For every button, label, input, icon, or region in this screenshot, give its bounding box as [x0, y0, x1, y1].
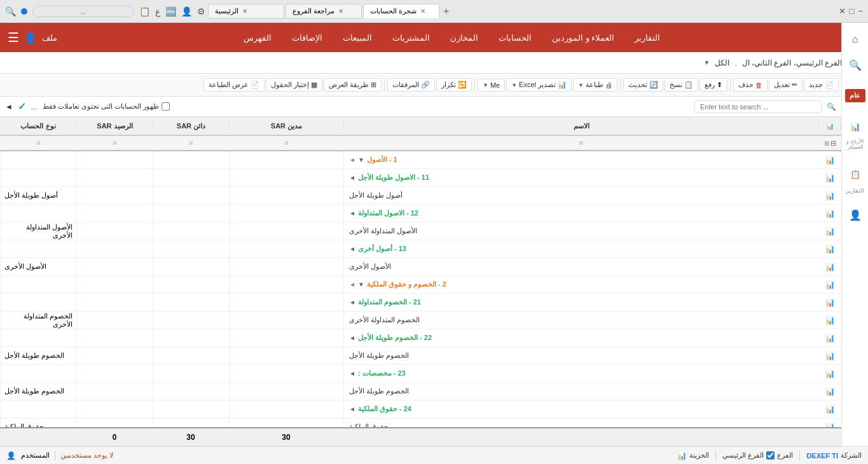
- table-row[interactable]: 📊 24 - حقوق الملكية ◄: [0, 400, 841, 418]
- close-btn[interactable]: ✕: [839, 6, 846, 16]
- nav-item-reports[interactable]: التقارير: [624, 23, 670, 52]
- table-row[interactable]: 📊 1 - الأصول ▼ ◄: [0, 151, 841, 169]
- table-row[interactable]: 📊 الخصوم المتداولة الأخرى الخصوم المتداو…: [0, 311, 841, 329]
- row-chart-icon[interactable]: 📊: [818, 191, 841, 200]
- row-expand-icon[interactable]: ◄: [349, 406, 355, 413]
- row-expand-icon[interactable]: ◄: [349, 299, 355, 306]
- sidebar-reports-icon[interactable]: 📋: [844, 163, 867, 186]
- tab-accounts-close[interactable]: ✕: [420, 8, 425, 15]
- sidebar-general-btn[interactable]: عام: [845, 89, 865, 102]
- nav-item-sales[interactable]: المبيعات: [333, 23, 382, 52]
- row-nav-icon[interactable]: ◄: [349, 156, 355, 163]
- nav-item-clients[interactable]: العملاء و الموردين: [542, 23, 624, 52]
- address-bar[interactable]: ...: [32, 6, 134, 17]
- table-row[interactable]: 📊 21 - الخصوم المتداولة ◄: [0, 294, 841, 311]
- delete-btn[interactable]: 🗑 حذف: [733, 78, 768, 92]
- nav-item-accounts[interactable]: الحسابات: [488, 23, 542, 52]
- person-icon[interactable]: 👤: [181, 6, 192, 17]
- edit-btn[interactable]: ✏ تعديل: [769, 78, 803, 92]
- print-btn[interactable]: 🖨 طباعة ▼: [573, 78, 617, 92]
- nav-item-purchases[interactable]: المشتريات: [382, 23, 440, 52]
- row-chart-icon[interactable]: 📊: [818, 369, 841, 378]
- table-row[interactable]: 📊 حقوق الملكية حقوق الملكية: [0, 418, 841, 427]
- sidebar-profit-icon[interactable]: 📊: [844, 115, 867, 138]
- nav-hamburger-btn[interactable]: ☰: [8, 30, 19, 45]
- tab-home-close[interactable]: ✕: [242, 8, 247, 15]
- row-nav-icon[interactable]: ◄: [349, 281, 355, 288]
- select-fields-btn[interactable]: ▦ إختيار الحقول: [266, 78, 322, 92]
- table-row[interactable]: 📊 12 - الاصول المتداولة ◄: [0, 205, 841, 222]
- table-row[interactable]: 📊 22 - الخصوم طويلة الأجل ◄: [0, 329, 841, 347]
- table-row[interactable]: 📊 2 - الخصوم و حقوق الملكية ▼ ◄: [0, 276, 841, 294]
- search-browser-icon[interactable]: 🔍: [5, 6, 16, 17]
- sidebar-user-icon[interactable]: 👤: [844, 204, 867, 227]
- row-chart-icon[interactable]: 📊: [818, 405, 841, 414]
- table-row[interactable]: 📊 الخصوم طويلة الأجل الخصوم طويلة الأجل: [0, 383, 841, 400]
- update-btn[interactable]: 🔄 تحديث: [623, 78, 663, 92]
- lang-icon[interactable]: ع: [155, 6, 160, 17]
- branch-down-arrow[interactable]: ▼: [704, 59, 710, 66]
- row-expand-icon[interactable]: ▼: [358, 281, 364, 288]
- status-branch-checkbox[interactable]: [766, 451, 775, 460]
- table-row[interactable]: 📊 أصول طويلة الأجل أصول طويلة الأجل: [0, 187, 841, 205]
- row-expand-icon[interactable]: ◄: [349, 210, 355, 217]
- sidebar-home-icon[interactable]: ⌂: [844, 28, 867, 51]
- row-expand-icon[interactable]: ◄: [349, 334, 355, 341]
- edit-icon: ✏: [792, 81, 797, 89]
- copy-btn[interactable]: 📋 نسخ: [665, 78, 698, 92]
- table-row[interactable]: 📊 23 - مخصصات : ◄: [0, 365, 841, 383]
- col-expand-icon[interactable]: ⊞: [824, 140, 829, 147]
- row-chart-icon[interactable]: 📊: [818, 209, 841, 218]
- row-expand-icon[interactable]: ◄: [349, 245, 355, 252]
- row-chart-icon[interactable]: 📊: [818, 174, 841, 182]
- sidebar-search-icon[interactable]: 🔍: [844, 53, 867, 76]
- book-icon[interactable]: 📋: [139, 6, 150, 17]
- table-row[interactable]: 📊 11 - الاصول طويلة الأجل ◄: [0, 169, 841, 187]
- tab-accounts-tree[interactable]: شجرة الحسابات ✕: [363, 4, 439, 18]
- table-row[interactable]: 📊 الخصوم طويلة الأجل الخصوم طويلة الأجل: [0, 347, 841, 365]
- nav-item-index[interactable]: الفهرس: [233, 23, 282, 52]
- row-chart-icon[interactable]: 📊: [818, 245, 841, 254]
- row-chart-icon[interactable]: 📊: [818, 298, 841, 307]
- row-expand-icon[interactable]: ◄: [349, 174, 355, 181]
- excel-btn[interactable]: 📊 تصدير Excel ▼: [506, 78, 572, 92]
- nav-item-warehouses[interactable]: المخازن: [440, 23, 488, 52]
- filter-dots[interactable]: ...: [31, 102, 38, 111]
- nav-item-additions[interactable]: الإضافات: [282, 23, 333, 52]
- tab-branch-review[interactable]: مراجعة الفروع ✕: [286, 4, 362, 18]
- new-tab-button[interactable]: +: [441, 6, 451, 17]
- table-row[interactable]: 📊 الأصول المتداولة الأخرى الأصول المتداو…: [0, 222, 841, 240]
- table-row[interactable]: 📊 الأصول الأخرى الأصول الأخرى: [0, 258, 841, 276]
- tab-branch-close[interactable]: ✕: [338, 8, 343, 15]
- row-chart-icon[interactable]: 📊: [818, 423, 841, 428]
- row-chart-icon[interactable]: 📊: [818, 316, 841, 325]
- row-expand-icon[interactable]: ◄: [349, 370, 355, 377]
- row-chart-icon[interactable]: 📊: [818, 280, 841, 289]
- tab-home[interactable]: الرئيسية ✕: [208, 4, 284, 18]
- settings-icon[interactable]: ⚙: [197, 6, 205, 17]
- print-display-btn[interactable]: 📄 عرض الطباعة: [203, 78, 265, 92]
- translate-icon[interactable]: 🔤: [165, 6, 176, 17]
- maximize-btn[interactable]: □: [850, 6, 855, 16]
- accounts-filter-checkbox[interactable]: [162, 102, 170, 111]
- nav-profile-label[interactable]: ملف: [42, 33, 57, 43]
- memo-btn[interactable]: Me ▼: [478, 79, 505, 92]
- links-btn[interactable]: 🔗 المرفقات: [387, 78, 435, 92]
- minimize-btn[interactable]: −: [858, 6, 863, 16]
- filter-sort-icon[interactable]: ⊟: [830, 139, 836, 147]
- new-btn[interactable]: 📄 جديد: [804, 78, 839, 92]
- raise-btn[interactable]: ⬆ رفع: [699, 78, 727, 92]
- row-chart-icon[interactable]: 📊: [818, 351, 841, 360]
- table-row[interactable]: 📊 13 - أصول أخرى ◄: [0, 240, 841, 258]
- display-method-btn[interactable]: ⊞ طريقة العرض: [324, 78, 382, 92]
- row-chart-icon[interactable]: 📊: [818, 387, 841, 396]
- row-chart-icon[interactable]: 📊: [818, 227, 841, 236]
- row-chart-icon[interactable]: 📊: [818, 334, 841, 343]
- filter-right-arrow[interactable]: ◄: [5, 102, 13, 111]
- repeat-btn[interactable]: 🔁 تكرار: [436, 78, 472, 92]
- filter-check-green[interactable]: ✓: [18, 100, 26, 113]
- row-chart-icon[interactable]: 📊: [818, 263, 841, 271]
- row-chart-icon[interactable]: 📊: [818, 156, 841, 165]
- search-input[interactable]: [694, 100, 822, 113]
- row-expand-icon[interactable]: ▼: [358, 156, 364, 163]
